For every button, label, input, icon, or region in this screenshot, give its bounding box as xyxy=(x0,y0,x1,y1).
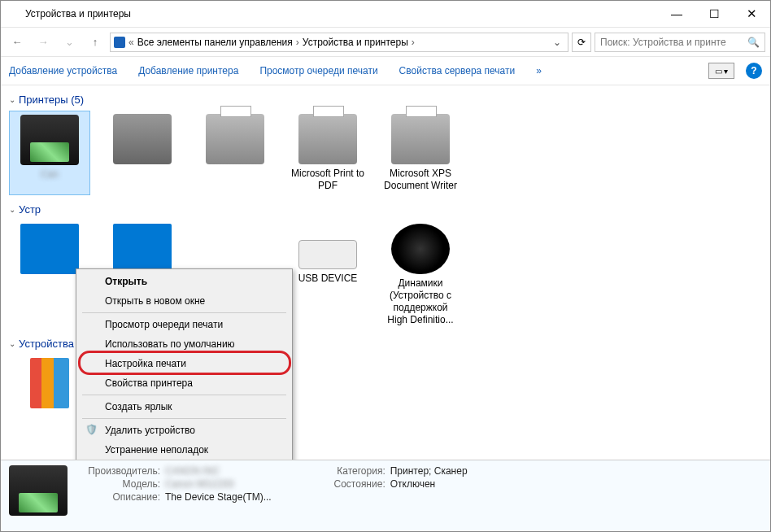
ctrl-panel-icon xyxy=(114,37,125,48)
item-label: Динамики (Устройство с поддержкой High D… xyxy=(383,277,458,326)
ctx-print-settings[interactable]: Настройка печати xyxy=(79,354,290,373)
fax-icon xyxy=(113,114,172,164)
device-item[interactable]: Динамики (Устройство с поддержкой High D… xyxy=(380,220,461,329)
monitor-icon xyxy=(113,224,172,274)
ctx-view-queue[interactable]: Просмотр очереди печати xyxy=(79,315,290,334)
address-bar[interactable]: « Все элементы панели управления › Устро… xyxy=(110,33,568,52)
printer-icon xyxy=(298,114,357,164)
device-item[interactable]: USB DEVICE xyxy=(287,220,368,329)
ctx-label: Удалить устройство xyxy=(105,425,195,436)
chevron-right-icon: › xyxy=(412,37,415,48)
details-pane: Производитель:CANON INC Модель:Canon MG2… xyxy=(1,460,770,531)
breadcrumb-sep: « xyxy=(128,37,134,48)
model-label: Модель: xyxy=(79,478,160,490)
manufacturer-value: CANON INC xyxy=(165,465,220,477)
description-value: The Device Stage(TM)... xyxy=(165,491,272,503)
description-label: Описание: xyxy=(79,491,160,503)
chevron-down-icon: ⌄ xyxy=(9,205,15,214)
help-button[interactable]: ? xyxy=(746,63,762,79)
context-menu: Открыть Открыть в новом окне Просмотр оч… xyxy=(76,268,293,460)
address-dropdown[interactable]: ⌄ xyxy=(550,37,564,48)
item-label: USB DEVICE xyxy=(290,273,365,285)
model-value: Canon MG2200 xyxy=(165,478,234,490)
section-devices[interactable]: ⌄ Устр xyxy=(9,203,762,216)
item-label: Microsoft XPS Document Writer xyxy=(383,168,458,192)
ctx-use-default[interactable]: Использовать по умолчанию xyxy=(79,334,290,354)
add-device-button[interactable]: Добавление устройства xyxy=(9,65,117,76)
manufacturer-label: Производитель: xyxy=(79,465,160,477)
forward-button[interactable]: → xyxy=(32,31,54,54)
printer-icon xyxy=(9,465,68,516)
item-label: Can xyxy=(13,168,86,181)
printer-icon xyxy=(391,114,450,164)
printer-icon xyxy=(20,115,79,165)
status-value: Отключен xyxy=(390,478,436,490)
ctx-troubleshoot[interactable]: Устранение неполадок xyxy=(79,440,290,460)
item-label: Microsoft Print to PDF xyxy=(290,168,365,192)
media-icon xyxy=(30,358,69,408)
speaker-icon xyxy=(391,224,450,274)
printer-item[interactable]: Microsoft XPS Document Writer xyxy=(380,111,461,195)
ctx-separator xyxy=(82,395,286,395)
category-label: Категория: xyxy=(304,465,386,477)
up-button[interactable]: ↑ xyxy=(84,31,107,54)
ctx-open-new-window[interactable]: Открыть в новом окне xyxy=(79,291,290,311)
app-icon xyxy=(7,7,20,20)
monitor-icon xyxy=(20,224,79,274)
server-props-button[interactable]: Свойства сервера печати xyxy=(399,65,516,76)
ctx-open[interactable]: Открыть xyxy=(79,272,290,291)
printer-item[interactable] xyxy=(194,111,276,195)
printer-item[interactable] xyxy=(102,111,183,195)
maximize-button[interactable]: ☐ xyxy=(695,1,733,27)
ctx-separator xyxy=(82,312,286,313)
chevron-down-icon: ⌄ xyxy=(9,95,15,104)
section-title: Принтеры (5) xyxy=(19,94,84,106)
ctx-create-shortcut[interactable]: Создать ярлык xyxy=(79,397,290,416)
printer-icon xyxy=(206,114,264,164)
status-label: Состояние: xyxy=(304,478,386,490)
view-queue-button[interactable]: Просмотр очереди печати xyxy=(259,65,377,76)
breadcrumb-item[interactable]: Все элементы панели управления xyxy=(137,37,293,48)
category-value: Принтер; Сканер xyxy=(390,465,468,477)
section-title: Устр xyxy=(19,203,41,216)
close-button[interactable]: ✕ xyxy=(733,1,770,27)
add-printer-button[interactable]: Добавление принтера xyxy=(138,65,238,76)
view-options-button[interactable]: ▭ ▾ xyxy=(708,63,734,79)
section-printers[interactable]: ⌄ Принтеры (5) xyxy=(9,94,762,106)
search-input[interactable]: Поиск: Устройства и принте 🔍 xyxy=(595,33,765,52)
history-dropdown[interactable]: ⌄ xyxy=(58,31,81,54)
chevron-down-icon: ⌄ xyxy=(9,339,15,348)
search-placeholder: Поиск: Устройства и принте xyxy=(600,37,747,48)
shield-icon: 🛡️ xyxy=(85,424,98,435)
breadcrumb-item[interactable]: Устройства и принтеры xyxy=(303,37,408,48)
back-button[interactable]: ← xyxy=(6,31,28,54)
chevron-right-icon: › xyxy=(296,37,299,48)
ctx-printer-properties[interactable]: Свойства принтера xyxy=(79,373,290,393)
printer-item[interactable]: Can xyxy=(9,111,90,195)
refresh-button[interactable]: ⟳ xyxy=(572,33,591,52)
printer-item[interactable]: Microsoft Print to PDF xyxy=(287,111,368,195)
minimize-button[interactable]: — xyxy=(658,1,695,27)
search-icon[interactable]: 🔍 xyxy=(747,37,760,48)
ctx-remove-device[interactable]: 🛡️Удалить устройство xyxy=(79,421,290,440)
toolbar-overflow[interactable]: » xyxy=(536,65,542,76)
keyboard-icon xyxy=(298,240,357,269)
window-title: Устройства и принтеры xyxy=(25,8,658,20)
ctx-separator xyxy=(82,418,286,419)
